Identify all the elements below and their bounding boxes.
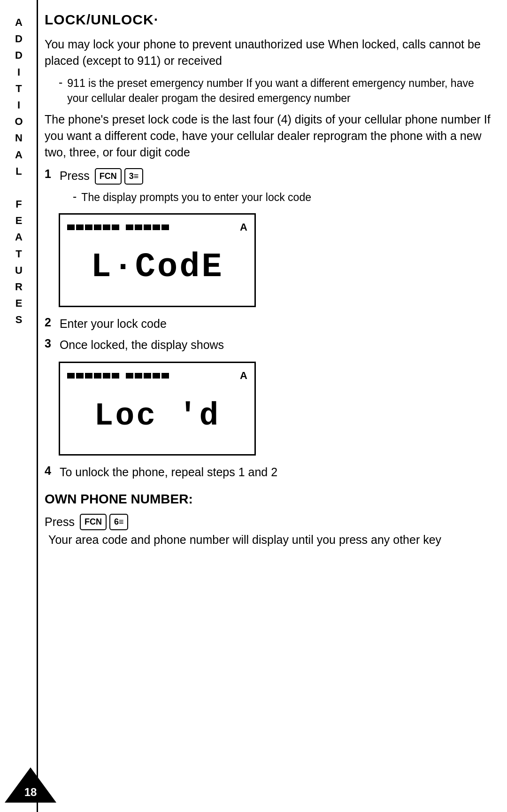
step1-bullet-dash: - xyxy=(73,190,77,203)
main-content: Lock/Unlock· You may lock your phone to … xyxy=(45,12,498,803)
lcd1-main-text: L·CodE xyxy=(91,248,223,286)
sidebar-letter-a3: A xyxy=(15,229,23,245)
sidebar-letter-u: U xyxy=(15,262,23,278)
seg-b4 xyxy=(94,373,101,379)
sidebar-letter-i2: I xyxy=(17,97,20,113)
sidebar-letter-l: L xyxy=(15,163,22,179)
section2-btn2[interactable]: 6≡ xyxy=(109,514,129,530)
step1-label: 1 xyxy=(45,167,51,181)
page-container: A D D I T I O N A L F E A T U R E S Lock… xyxy=(0,0,507,812)
step1-btn2[interactable]: 3≡ xyxy=(124,168,144,185)
sidebar-letter-e1: E xyxy=(15,212,23,229)
step3-label: 3 xyxy=(45,337,51,350)
seg1 xyxy=(67,224,75,230)
sidebar-letter-t2: T xyxy=(15,246,22,262)
sidebar-letter-s: S xyxy=(15,311,23,328)
lcd2-signal xyxy=(67,373,169,379)
sidebar-letter-d1: D xyxy=(15,31,23,47)
lcd-display-2: A Loc 'd xyxy=(59,362,256,456)
bullet1: - 911 is the preset emergency number If … xyxy=(59,76,498,106)
section2-btn1[interactable]: FCN xyxy=(80,514,107,530)
sidebar-letter-d2: D xyxy=(15,47,23,63)
sidebar-divider xyxy=(37,0,38,812)
step2-label: 2 xyxy=(45,316,51,329)
section2-press-line: Press FCN 6≡ Your area code and phone nu… xyxy=(45,513,498,549)
seg-b9 xyxy=(144,373,151,379)
step1-btn1[interactable]: FCN xyxy=(95,168,122,185)
sidebar-letter-n: N xyxy=(15,130,23,146)
sidebar: A D D I T I O N A L F E A T U R E S xyxy=(0,0,38,812)
section2-title: Own Phone Number: xyxy=(45,492,498,507)
seg7 xyxy=(126,224,133,230)
seg9 xyxy=(144,224,151,230)
seg-b11 xyxy=(161,373,169,379)
seg-b10 xyxy=(153,373,160,379)
sidebar-letter-f: F xyxy=(15,196,22,212)
seg3 xyxy=(85,224,92,230)
lcd-display-1: A L·CodE xyxy=(59,213,256,307)
section2-press-word: Press xyxy=(45,513,75,531)
seg-b8 xyxy=(135,373,142,379)
step3-text: Once locked, the display shows xyxy=(60,337,224,353)
page-number: 18 xyxy=(24,786,37,799)
sidebar-letter-o: O xyxy=(15,113,23,130)
step4: 4 To unlock the phone, repeal steps 1 an… xyxy=(45,464,498,480)
seg11 xyxy=(161,224,169,230)
section2-text: Your area code and phone number will dis… xyxy=(48,531,441,549)
step3: 3 Once locked, the display shows xyxy=(45,337,498,353)
section1-title: Lock/Unlock· xyxy=(45,12,498,28)
seg-b5 xyxy=(103,373,110,379)
page-number-container: 18 xyxy=(5,765,56,803)
seg8 xyxy=(135,224,142,230)
step2: 2 Enter your lock code xyxy=(45,316,498,332)
bullet1-text: 911 is the preset emergency number If yo… xyxy=(67,76,498,106)
lcd1-top-row: A xyxy=(60,221,254,233)
sidebar-letter-e2: E xyxy=(15,295,23,311)
seg-b1 xyxy=(67,373,75,379)
step2-text: Enter your lock code xyxy=(60,316,167,332)
step1-press-word: Press xyxy=(60,167,90,185)
page-badge: 18 xyxy=(5,765,56,803)
sidebar-letter-space xyxy=(17,179,20,196)
step1-bullet-text: The display prompts you to enter your lo… xyxy=(81,190,311,205)
step4-text: To unlock the phone, repeal steps 1 and … xyxy=(60,464,277,480)
step1-bullet: - The display prompts you to enter your … xyxy=(73,190,498,205)
lcd1-signal xyxy=(67,224,169,230)
sidebar-letter-t: T xyxy=(15,80,22,97)
seg10 xyxy=(153,224,160,230)
lcd2-letter-a: A xyxy=(240,370,247,382)
seg-b6 xyxy=(112,373,119,379)
seg6 xyxy=(112,224,119,230)
seg5 xyxy=(103,224,110,230)
step1: 1 Press FCN 3≡ xyxy=(45,167,498,185)
step4-label: 4 xyxy=(45,464,51,478)
sidebar-letter-r: R xyxy=(15,278,23,295)
section1-para1: You may lock your phone to prevent unaut… xyxy=(45,36,498,69)
seg-b3 xyxy=(85,373,92,379)
sidebar-letter-a2: A xyxy=(15,147,23,163)
step1-content: Press FCN 3≡ xyxy=(60,167,145,185)
sidebar-letter-i1: I xyxy=(17,64,20,80)
lcd2-main-text: Loc 'd xyxy=(94,398,221,434)
sidebar-letter-a: A xyxy=(15,14,23,31)
lcd1-letter-a: A xyxy=(240,221,247,233)
seg4 xyxy=(94,224,101,230)
seg-b2 xyxy=(76,373,84,379)
lcd2-top-row: A xyxy=(60,370,254,382)
bullet-dash1: - xyxy=(59,76,62,89)
section1-para2: The phone's preset lock code is the last… xyxy=(45,111,498,161)
seg-b7 xyxy=(126,373,133,379)
seg2 xyxy=(76,224,84,230)
